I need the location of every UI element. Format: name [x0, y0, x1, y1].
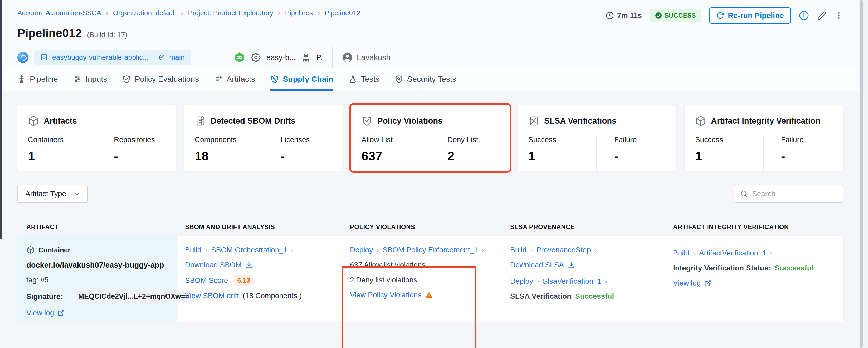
card-policy-violations: Policy Violations Allow List 637 Deny Li…	[351, 105, 509, 171]
artifact-type-select[interactable]: Artifact Type	[18, 184, 88, 203]
slsa-badge-icon	[528, 115, 539, 126]
artifact-type-label: Container	[38, 246, 70, 254]
metric-licenses: Licenses -	[263, 136, 310, 172]
shield-search-icon	[395, 75, 403, 83]
crumb-separator	[537, 277, 539, 286]
slsa-provenance-cell: Build ProvenanceStep Download SLSA Deplo…	[502, 236, 664, 322]
cube-icon	[695, 115, 706, 126]
branch-name[interactable]: main	[169, 54, 185, 62]
breadcrumb-organization[interactable]: Organization: default	[113, 9, 176, 17]
view-log-link[interactable]: View log	[26, 309, 54, 317]
collapsed-sidebar-edge	[0, 0, 2, 239]
metric-integrity-failure: Failure -	[764, 136, 804, 172]
step-link[interactable]: SBOM Orchestration_1	[211, 246, 287, 254]
scrollbar-thumb[interactable]	[860, 0, 863, 348]
vertical-scrollbar[interactable]	[859, 0, 868, 348]
container-cube-icon	[26, 246, 35, 254]
repo-branch-pill[interactable]: easybuggy-vulnerable-applic... main	[34, 50, 190, 65]
chevron-down-icon	[73, 190, 81, 198]
check-circle-icon	[655, 12, 662, 19]
tab-inputs[interactable]: Inputs	[73, 68, 107, 91]
tab-supply-chain[interactable]: Supply Chain	[270, 68, 333, 91]
tab-artifacts[interactable]: Artifacts	[214, 68, 255, 91]
repo-name[interactable]: easybuggy-vulnerable-applic...	[52, 54, 149, 62]
breadcrumb-pipeline012[interactable]: Pipeline012	[324, 9, 361, 17]
download-slsa-link[interactable]: Download SLSA	[510, 261, 564, 269]
gear-icon	[251, 53, 260, 62]
metric-repositories: Repositories -	[96, 136, 155, 172]
tab-tests[interactable]: Tests	[349, 68, 379, 91]
supply-chain-page: Account: Automation-SSCA Organization: d…	[0, 0, 868, 348]
integrity-status-label: Integrity Verification Status:	[673, 264, 771, 272]
shield-check-icon	[362, 115, 373, 126]
deny-list-violations: 2 Deny list violations	[350, 276, 417, 284]
external-link-icon[interactable]	[704, 280, 711, 287]
pipeline-icon	[18, 75, 26, 83]
trigger-pipeline-name[interactable]: easy-b...	[267, 53, 296, 62]
card-title: Artifact Integrity Verification	[711, 116, 820, 126]
breadcrumb-pipelines[interactable]: Pipelines	[285, 9, 313, 17]
breadcrumb-separator	[317, 9, 320, 17]
download-icon[interactable]	[245, 261, 253, 269]
sbom-score-link[interactable]: SBOM Score	[185, 276, 228, 285]
slsa-verification-label: SLSA Verification	[510, 292, 571, 300]
crumb-separator	[770, 249, 772, 257]
view-policy-violations-link[interactable]: View Policy Violations	[350, 291, 421, 299]
git-branch-icon	[158, 54, 165, 61]
search-box[interactable]	[734, 185, 843, 203]
view-log-link[interactable]: View log	[673, 279, 701, 287]
shield-check-icon	[122, 75, 131, 83]
artifacts-list-icon	[214, 75, 223, 83]
kebab-menu-icon[interactable]	[834, 11, 843, 20]
flask-icon	[349, 75, 357, 83]
tab-policy-evaluations[interactable]: Policy Evaluations	[122, 68, 199, 91]
search-input[interactable]	[752, 190, 837, 198]
sbom-cell: Build SBOM Orchestration_1 Download SBOM…	[177, 236, 342, 322]
step-link[interactable]: ProvenanceStep	[536, 246, 591, 254]
rerun-pipeline-button[interactable]: Re-run Pipeline	[709, 7, 791, 24]
download-sbom-link[interactable]: Download SBOM	[185, 261, 242, 269]
artifact-cell: Container docker.io/lavakush07/easy-bugg…	[18, 236, 177, 322]
stage-link[interactable]: Build	[510, 246, 526, 254]
metric-components: Components 18	[195, 136, 263, 172]
breadcrumb-project[interactable]: Project: Product Exploratory	[188, 9, 273, 17]
artifact-integrity-cell: Build ArtifactVerification_1 Integrity V…	[664, 236, 843, 322]
info-icon[interactable]	[799, 10, 809, 21]
trigger-type-icon	[302, 53, 310, 62]
stage-link[interactable]: Deploy	[510, 277, 533, 286]
col-slsa-provenance: SLSA PROVENANCE	[502, 223, 664, 231]
pill-divider	[153, 53, 153, 62]
gitops-hexagon-icon	[234, 52, 245, 63]
col-artifact: ARTIFACT	[18, 223, 177, 231]
card-slsa-verifications: SLSA Verifications Success 1 Failure -	[518, 105, 676, 171]
stage-link[interactable]: Build	[185, 246, 201, 254]
step-link[interactable]: SlsaVerification_1	[543, 277, 601, 286]
artifact-name: docker.io/lavakush07/easy-buggy-app	[26, 261, 164, 269]
card-title: Artifacts	[44, 116, 77, 126]
breadcrumb-account[interactable]: Account: Automation-SSCA	[18, 9, 101, 17]
col-sbom-drift: SBOM AND DRIFT ANALYSIS	[177, 223, 342, 231]
drift-components-count: (18 Components )	[243, 292, 302, 300]
tab-security-tests[interactable]: Security Tests	[395, 68, 456, 91]
view-sbom-drift-link[interactable]: View SBOM drift	[185, 292, 239, 300]
clock-icon	[606, 11, 614, 20]
external-link-icon[interactable]	[58, 310, 65, 316]
ci-module-icon	[18, 52, 28, 63]
crumb-separator	[594, 246, 597, 254]
repository-icon	[40, 54, 48, 61]
tab-pipeline[interactable]: Pipeline	[18, 68, 58, 91]
signature-label: Signature:	[26, 292, 63, 301]
edit-pencil-icon[interactable]	[817, 11, 826, 20]
rerun-icon	[716, 11, 724, 20]
step-link[interactable]: SBOM Policy Enforcement_1	[383, 246, 478, 254]
step-link[interactable]: ArtifactVerification_1	[699, 249, 766, 257]
signature-value[interactable]: MEQCICde2Vjl...L+2+mqnOXw==	[73, 290, 194, 303]
trigger-short-label[interactable]: P.	[316, 53, 322, 62]
artifact-tag: tag: v5	[26, 276, 49, 284]
stage-link[interactable]: Deploy	[350, 246, 373, 254]
integrity-status-value: Successful	[775, 264, 814, 272]
crumb-separator	[482, 246, 484, 254]
download-icon[interactable]	[567, 261, 575, 269]
stage-link[interactable]: Build	[673, 249, 689, 257]
metric-containers: Containers 1	[28, 136, 96, 172]
